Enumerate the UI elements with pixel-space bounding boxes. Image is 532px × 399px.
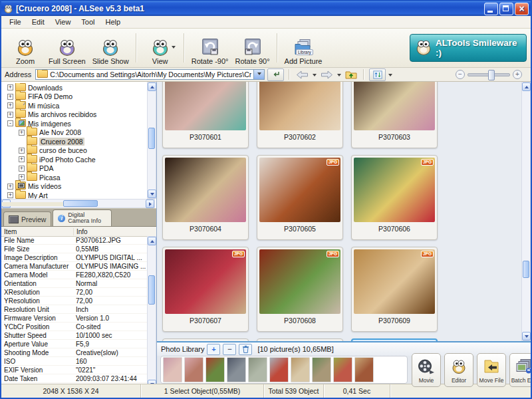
library-thumbnail[interactable] xyxy=(227,357,246,382)
maximize-button[interactable] xyxy=(499,3,513,15)
tree-expander-icon[interactable]: + xyxy=(19,148,25,154)
tree-item-mis-archivos-recibidos[interactable]: +Mis archivos recibidos xyxy=(3,110,146,120)
go-button[interactable] xyxy=(267,68,284,81)
scroll-thumb[interactable] xyxy=(523,261,529,278)
info-row[interactable]: File Size0,55MB xyxy=(1,245,147,253)
library-trash-button[interactable] xyxy=(239,344,252,355)
info-row[interactable]: Shooting ModeCreative(slow) xyxy=(1,348,147,357)
table-vertical-scrollbar[interactable] xyxy=(147,236,156,384)
info-row[interactable]: OrientationNormal xyxy=(1,279,147,288)
tree-expander-icon[interactable]: + xyxy=(7,192,13,198)
scroll-left-button[interactable] xyxy=(2,200,11,208)
zoom-out-icon[interactable]: − xyxy=(456,70,465,79)
info-row[interactable]: Shutter Speed10/1000 sec xyxy=(1,331,147,340)
address-dropdown-button[interactable] xyxy=(253,70,264,79)
minimize-button[interactable] xyxy=(484,3,498,15)
tree-item-mi-m-sica[interactable]: +Mi música xyxy=(3,101,146,110)
menu-item-edit[interactable]: Edit xyxy=(27,17,50,27)
library-thumbnail[interactable] xyxy=(291,357,310,382)
tree-expander-icon[interactable]: + xyxy=(7,84,13,90)
scroll-up-button[interactable] xyxy=(148,237,156,245)
toolbar-button-full-screen[interactable]: Full Screen xyxy=(45,29,89,66)
library-thumbnail[interactable] xyxy=(354,357,374,382)
tree-item-my-art[interactable]: +My Art xyxy=(3,191,146,199)
library-remove-button[interactable]: − xyxy=(223,344,236,355)
info-row[interactable]: Resolution UnitInch xyxy=(1,305,147,314)
info-row[interactable]: EXIF Version"0221" xyxy=(1,366,147,374)
info-row[interactable]: Aperture ValueF5,9 xyxy=(1,340,147,348)
scroll-down-button[interactable] xyxy=(522,332,531,340)
toolbar-button-rotate-90[interactable]: Rotate 90° xyxy=(231,29,273,66)
up-folder-button[interactable] xyxy=(344,68,358,80)
tree-expander-icon[interactable]: + xyxy=(19,174,25,180)
tree-expander-icon[interactable]: - xyxy=(7,120,13,126)
thumbnail-p3070605[interactable]: JPGP3070605 xyxy=(257,155,343,240)
library-thumbnail[interactable] xyxy=(333,357,352,382)
back-button[interactable] xyxy=(295,68,310,80)
tree-expander-icon[interactable]: + xyxy=(19,156,25,162)
zoom-slider-thumb[interactable] xyxy=(488,70,495,80)
tree-expander-icon[interactable]: + xyxy=(7,184,13,190)
info-row[interactable]: YResolution72,00 xyxy=(1,297,147,305)
tree-expander-icon[interactable]: + xyxy=(19,130,25,136)
thumbnail-p3070601[interactable]: P3070601 xyxy=(162,82,249,148)
thumbnail-p3070608[interactable]: JPGP3070608 xyxy=(257,247,343,332)
info-row[interactable]: File NameP3070612.JPG xyxy=(1,236,147,245)
close-button[interactable] xyxy=(515,3,529,15)
tree-item-mis-v-deos[interactable]: +Mis vídeos xyxy=(3,182,146,192)
tree-item-crucero-2008[interactable]: Crucero 2008 xyxy=(3,137,146,146)
toolbar-button-zoom[interactable]: Zoom xyxy=(5,29,45,66)
library-thumbnail[interactable] xyxy=(184,357,203,382)
library-button-move-file[interactable]: Move File xyxy=(477,353,506,387)
info-row[interactable]: YCbCr PositionCo-sited xyxy=(1,323,147,331)
grid-vertical-scrollbar[interactable] xyxy=(521,82,531,341)
info-row[interactable]: Image DescriptionOLYMPUS DIGITAL ... xyxy=(1,253,147,262)
tree-item-mis-im-genes[interactable]: -Mis imágenes xyxy=(3,119,146,128)
scroll-up-button[interactable] xyxy=(522,82,531,91)
menu-item-help[interactable]: Help xyxy=(100,17,126,27)
menu-item-view[interactable]: View xyxy=(50,17,76,27)
scroll-down-button[interactable] xyxy=(148,380,156,384)
thumbnail-p3070603[interactable]: P3070603 xyxy=(351,82,438,148)
zoom-slider-track[interactable] xyxy=(467,73,510,76)
thumbnail-p3070606[interactable]: JPGP3070606 xyxy=(351,155,438,240)
info-row[interactable]: Camera ManufacturerOLYMPUS IMAGING ... xyxy=(1,262,147,271)
scroll-thumb[interactable] xyxy=(148,275,155,305)
sort-view-button[interactable] xyxy=(369,68,386,81)
thumbnail-p3070607[interactable]: JPGP3070607 xyxy=(162,247,249,332)
library-thumbnail[interactable] xyxy=(269,357,289,382)
scroll-thumb[interactable] xyxy=(63,200,98,207)
tree-item-pda[interactable]: +PDA xyxy=(3,164,146,174)
tree-expander-icon[interactable]: + xyxy=(7,112,13,118)
library-thumbnail[interactable] xyxy=(248,357,267,382)
toolbar-button-add-picture[interactable]: LibraryAdd Picture xyxy=(281,29,326,66)
tree-item-curso-de-buceo[interactable]: +curso de buceo xyxy=(3,146,146,156)
thumbnail-p3070609[interactable]: JPGP3070609 xyxy=(351,247,438,332)
forward-button[interactable] xyxy=(319,68,334,80)
tab-preview[interactable]: Preview xyxy=(3,211,51,226)
library-button-editor[interactable]: Editor xyxy=(444,353,473,387)
tree-item-ale-nov-2008[interactable]: +Ale Nov 2008 xyxy=(3,128,146,138)
toolbar-button-view[interactable]: View xyxy=(140,29,180,66)
library-add-button[interactable]: + xyxy=(207,344,220,355)
library-button-movie[interactable]: Movie xyxy=(412,353,441,387)
thumbnail-p3070604[interactable]: P3070604 xyxy=(162,155,249,240)
toolbar-button-rotate-90[interactable]: Rotate -90° xyxy=(188,29,232,66)
tree-expander-icon[interactable]: + xyxy=(7,94,13,100)
address-combobox[interactable]: C:\Documents and Settings\Aitorh\My Docu… xyxy=(35,69,265,80)
info-row[interactable]: Date Taken2009:03:07 23:41:44 xyxy=(1,374,147,383)
menu-item-file[interactable]: File xyxy=(4,17,27,27)
altools-banner[interactable]: ALTools Smileware :) xyxy=(410,34,527,62)
tree-item-downloads[interactable]: +Downloads xyxy=(3,83,146,92)
tree-item-picasa[interactable]: +Picasa xyxy=(3,173,146,182)
toolbar-button-slide-show[interactable]: Slide Show xyxy=(89,29,132,66)
back-dropdown-icon[interactable] xyxy=(313,74,317,78)
thumbnail-p3070602[interactable]: P3070602 xyxy=(257,82,343,148)
forward-dropdown-icon[interactable] xyxy=(337,74,341,78)
tree-expander-icon[interactable]: + xyxy=(19,166,25,172)
tree-vertical-scrollbar[interactable] xyxy=(147,82,156,199)
sort-dropdown-icon[interactable] xyxy=(388,74,392,78)
library-thumbnail[interactable] xyxy=(205,357,225,382)
info-row[interactable]: Date Saved2009:03:07 23:41:44 xyxy=(1,383,147,384)
library-button-batch-edit[interactable]: Batch Edit xyxy=(509,353,532,387)
